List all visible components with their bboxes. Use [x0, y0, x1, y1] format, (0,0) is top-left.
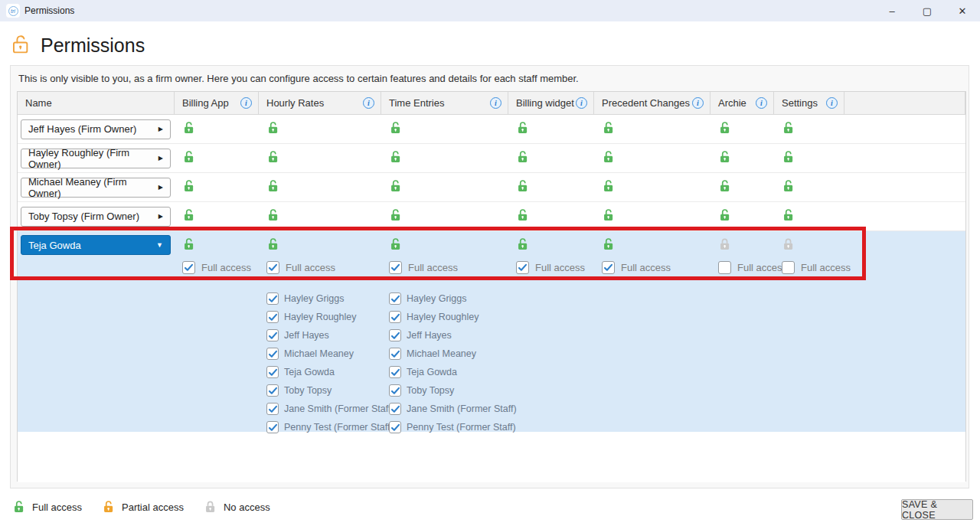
- save-and-close-button[interactable]: SAVE & CLOSE: [901, 499, 973, 520]
- permissions-table: NameBilling AppiHourly RatesiTime Entrie…: [17, 91, 966, 482]
- close-button[interactable]: ✕: [945, 0, 980, 21]
- lock-full-icon: [389, 152, 402, 165]
- lock-cell: [381, 179, 508, 195]
- staff-checkbox[interactable]: [266, 384, 279, 397]
- lock-full-icon: [782, 211, 795, 224]
- lock-cell: [259, 208, 381, 224]
- staff-name-label: Penny Test (Former Staff): [284, 422, 394, 433]
- full-access-checkbox[interactable]: [389, 261, 402, 274]
- staff-row-button-selected[interactable]: Teja Gowda▼: [21, 235, 171, 255]
- staff-checkbox[interactable]: [266, 421, 279, 433]
- chevron-right-icon: ▶: [158, 155, 163, 162]
- staff-checkbox-item: Toby Topsy: [389, 381, 508, 400]
- staff-name-label: Teja Gowda: [284, 367, 335, 377]
- lock-full-icon: [516, 181, 529, 194]
- staff-checkbox[interactable]: [389, 311, 401, 323]
- lock-full-icon: [266, 152, 279, 165]
- full-access-checkbox[interactable]: [182, 261, 195, 274]
- lock-full-icon: [782, 181, 795, 194]
- info-icon[interactable]: i: [756, 97, 767, 109]
- info-icon[interactable]: i: [240, 97, 252, 109]
- permission-cell: Full access: [710, 231, 774, 279]
- lock-partial-icon: [102, 500, 115, 515]
- full-access-checkbox[interactable]: [602, 261, 615, 274]
- field-underline: [266, 279, 383, 279]
- lock-full-icon: [718, 123, 731, 136]
- table-header-row: NameBilling AppiHourly RatesiTime Entrie…: [18, 92, 965, 115]
- lock-cell: [508, 208, 594, 224]
- staff-checkbox-item: Teja Gowda: [266, 363, 381, 381]
- staff-checkbox[interactable]: [389, 329, 401, 341]
- lock-cell: [774, 121, 844, 137]
- info-icon[interactable]: i: [692, 97, 704, 109]
- column-header-2[interactable]: Time Entriesi: [381, 92, 508, 114]
- column-header-6[interactable]: Settingsi: [774, 92, 844, 114]
- staff-checkbox[interactable]: [266, 403, 279, 415]
- staff-checkbox-item: Jane Smith (Former Staff): [266, 400, 381, 418]
- column-header-4[interactable]: Precedent Changesi: [594, 92, 710, 114]
- staff-checkbox[interactable]: [389, 403, 401, 415]
- full-access-label: Full access: [201, 262, 251, 273]
- lock-cell: [710, 208, 774, 224]
- staff-checkbox[interactable]: [266, 292, 279, 305]
- staff-row-button-3[interactable]: Toby Topsy (Firm Owner)▶: [21, 207, 171, 227]
- info-icon[interactable]: i: [490, 97, 501, 109]
- staff-checkbox[interactable]: [389, 292, 401, 305]
- staff-checkbox-item: Jeff Hayes: [266, 326, 381, 345]
- lock-full-icon: [602, 211, 615, 224]
- permissions-lock-icon: [11, 34, 31, 57]
- staff-row-button-1[interactable]: Hayley Roughley (Firm Owner)▶: [21, 149, 171, 168]
- owner-notice-text: This is only visible to you, as a firm o…: [11, 66, 969, 90]
- staff-checkbox-item: Hayley Griggs: [389, 289, 508, 308]
- staff-checkbox[interactable]: [266, 366, 279, 378]
- info-icon[interactable]: i: [576, 97, 587, 109]
- legend-label: Partial access: [122, 501, 184, 513]
- staff-checkbox[interactable]: [266, 348, 279, 360]
- info-icon[interactable]: i: [826, 97, 838, 109]
- lock-full-icon: [389, 181, 402, 194]
- staff-checkbox[interactable]: [266, 311, 279, 323]
- staff-row-button-0[interactable]: Jeff Hayes (Firm Owner)▶: [21, 119, 171, 139]
- lock-cell: [175, 179, 259, 195]
- lock-full-icon: [782, 152, 795, 165]
- staff-checkbox[interactable]: [389, 421, 401, 433]
- app-logo-icon: tri: [6, 4, 20, 18]
- table-row: Michael Meaney (Firm Owner)▶: [18, 173, 965, 202]
- lock-cell: [381, 121, 508, 137]
- lock-cell: [594, 208, 710, 224]
- staff-checkbox-item: Jeff Hayes: [389, 326, 508, 345]
- chevron-right-icon: ▶: [158, 213, 163, 220]
- permission-cell: Full access: [774, 231, 844, 279]
- column-header-1[interactable]: Hourly Ratesi: [259, 92, 381, 114]
- staff-checkbox[interactable]: [266, 329, 279, 341]
- lock-none-icon: [782, 237, 844, 253]
- staff-checkbox[interactable]: [389, 384, 401, 397]
- staff-checkbox[interactable]: [389, 348, 401, 360]
- lock-full-icon: [182, 181, 195, 194]
- column-header-0[interactable]: Billing Appi: [175, 92, 259, 114]
- maximize-button[interactable]: ▢: [910, 0, 945, 21]
- column-header-name[interactable]: Name: [18, 92, 175, 114]
- staff-checkbox-item: Hayley Roughley: [389, 308, 508, 326]
- staff-row-button-2[interactable]: Michael Meaney (Firm Owner)▶: [21, 178, 171, 198]
- lock-full-icon: [266, 237, 381, 253]
- staff-name-label: Hayley Griggs: [407, 293, 467, 304]
- lock-full-icon: [602, 152, 615, 165]
- field-underline: [516, 279, 576, 279]
- staff-checkbox-item: Penny Test (Former Staff): [266, 418, 381, 436]
- minimize-button[interactable]: –: [874, 0, 910, 21]
- staff-name-label: Hayley Griggs: [284, 293, 345, 304]
- column-header-3[interactable]: Billing widgeti: [508, 92, 594, 114]
- full-access-label: Full access: [535, 262, 585, 273]
- full-access-checkbox[interactable]: [266, 261, 279, 274]
- full-access-checkbox[interactable]: [782, 261, 795, 274]
- full-access-checkbox[interactable]: [516, 261, 529, 274]
- full-access-checkbox[interactable]: [718, 261, 731, 274]
- staff-checkbox[interactable]: [389, 366, 401, 378]
- column-header-5[interactable]: Archiei: [710, 92, 774, 114]
- info-icon[interactable]: i: [363, 97, 374, 109]
- lock-none-icon: [718, 237, 774, 253]
- lock-cell: [710, 179, 774, 195]
- lock-none-icon: [204, 500, 217, 515]
- staff-checkbox-item: Jane Smith (Former Staff): [389, 400, 508, 418]
